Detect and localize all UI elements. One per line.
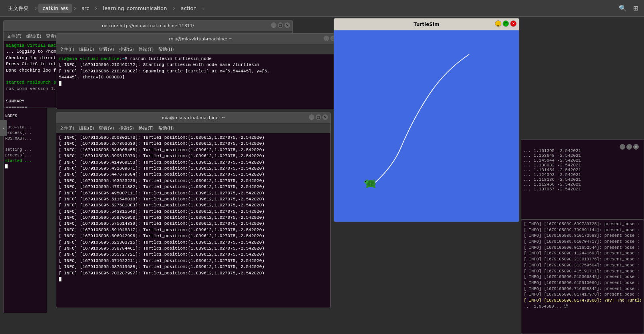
- turtle-sprite: [363, 176, 379, 190]
- menu-view-2[interactable]: 查看(V): [99, 46, 114, 52]
- topbar-catkin-ws[interactable]: catkin_ws: [38, 4, 72, 13]
- menu-file-3[interactable]: 文件(F): [60, 125, 74, 131]
- maximize-btn-3[interactable]: □: [316, 114, 321, 120]
- turtlesim-title: TurtleSim: [413, 22, 439, 27]
- turtle-trail-svg: [334, 30, 519, 222]
- breadcrumb-sep-1: ›: [34, 4, 37, 12]
- terminal-turtle-position: mia@mia-virtual-machine: ~ _ □ ✕ 文件(F) 编…: [56, 112, 331, 308]
- terminal-present-pose: [ INFO] [1679105089.609739725]: present_…: [521, 219, 644, 334]
- search-icon[interactable]: 🔍: [617, 3, 628, 14]
- menu-help-2[interactable]: 帮助(H): [158, 46, 174, 52]
- minimize-btn-2[interactable]: _: [324, 36, 329, 41]
- close-btn-4[interactable]: ✕: [633, 144, 639, 150]
- terminal-turtlesim-node: mia@mia-virtual-machine: ~ _ □ ✕ 文件(F) 编…: [56, 33, 346, 109]
- terminal-roscore-controls: _ □ ✕: [271, 22, 290, 28]
- menu-edit[interactable]: 编辑(E): [26, 33, 42, 39]
- turtle-pos-content: [ INFO] [1679105095.350802173]: Turtle1_…: [56, 133, 330, 308]
- turtlesim-controls: _ □ ✕: [495, 20, 517, 27]
- terminal-turtlesim-titlebar: mia@mia-virtual-machine: ~ _ □ ✕: [56, 34, 345, 45]
- minimize-btn-3[interactable]: _: [309, 114, 314, 120]
- menu-file-2[interactable]: 文件(F): [60, 46, 74, 52]
- breadcrumb-arrow: ›: [202, 4, 205, 12]
- terminal-turtle-titlebar: mia@mia-virtual-machine: ~ _ □ ✕: [56, 112, 330, 124]
- turtlesim-window: TurtleSim _ □ ✕: [334, 18, 519, 222]
- close-button[interactable]: ✕: [284, 22, 290, 28]
- turtlesim-close[interactable]: ✕: [510, 20, 517, 27]
- breadcrumb-sep-4: ›: [173, 4, 175, 12]
- turtlesim-node-menubar: 文件(F) 编辑(E) 查看(V) 搜索(S) 终端(T) 帮助(H): [56, 45, 345, 54]
- menu-view-3[interactable]: 查看(V): [99, 125, 114, 131]
- turtle-pos-menubar: 文件(F) 编辑(E) 查看(V) 搜索(S) 终端(T) 帮助(H): [56, 124, 330, 133]
- topbar-home[interactable]: 主文件夹: [4, 3, 33, 14]
- min-btn-4[interactable]: _: [620, 144, 625, 150]
- menu-terminal-2[interactable]: 终端(T): [139, 46, 153, 52]
- menu-file[interactable]: 文件(F): [7, 33, 22, 39]
- present-pose-content: [ INFO] [1679105089.609739725]: present_…: [521, 220, 644, 322]
- turtlesim-node-content: mia@mia-virtual-machine:~$ rosrun turtle…: [56, 54, 345, 109]
- menu-search-2[interactable]: 搜索(S): [119, 46, 134, 52]
- turtlesim-maximize[interactable]: □: [503, 20, 509, 27]
- file-manager-topbar: 主文件夹 › catkin_ws › src › learning_commun…: [0, 0, 644, 17]
- close-btn-3[interactable]: ✕: [322, 114, 328, 120]
- menu-edit-3[interactable]: 编辑(E): [79, 125, 94, 131]
- topbar-action[interactable]: action: [177, 4, 201, 13]
- turtlesim-canvas: [334, 30, 519, 222]
- side-panel-toggle[interactable]: ‹: [0, 120, 7, 136]
- menu-terminal-3[interactable]: 终端(T): [139, 125, 153, 131]
- breadcrumb-sep-3: ›: [95, 4, 97, 12]
- breadcrumb-sep-2: ›: [74, 4, 76, 12]
- terminal-roscore-titlebar: roscore http://mia-virtual-machine:11311…: [4, 20, 292, 32]
- topbar-learning[interactable]: learning_communication: [99, 4, 171, 13]
- terminal-right-top: _ □ ✕ ... 1.161395 -2.542021 ... 1.15364…: [521, 139, 644, 219]
- turtle-pos-controls: _ □ ✕: [309, 114, 328, 120]
- menu-search-3[interactable]: 搜索(S): [119, 125, 134, 131]
- terminal-roscore-title: roscore http://mia-virtual-machine:11311…: [102, 23, 194, 28]
- turtlesim-minimize[interactable]: _: [495, 20, 501, 27]
- minimize-button[interactable]: _: [271, 22, 276, 28]
- maximize-button[interactable]: □: [278, 22, 283, 28]
- menu-edit-2[interactable]: 编辑(E): [79, 46, 94, 52]
- svg-point-9: [365, 181, 366, 182]
- terminal-turtle-title: mia@mia-virtual-machine: ~: [162, 115, 225, 120]
- topbar-src[interactable]: src: [78, 4, 93, 13]
- turtlesim-titlebar: TurtleSim _ □ ✕: [334, 18, 519, 30]
- grid-icon[interactable]: ⊞: [632, 3, 640, 14]
- menu-help-3[interactable]: 帮助(H): [158, 125, 174, 131]
- max-btn-4[interactable]: □: [626, 144, 632, 150]
- terminal-turtlesim-title: mia@mia-virtual-machine: ~: [169, 36, 233, 42]
